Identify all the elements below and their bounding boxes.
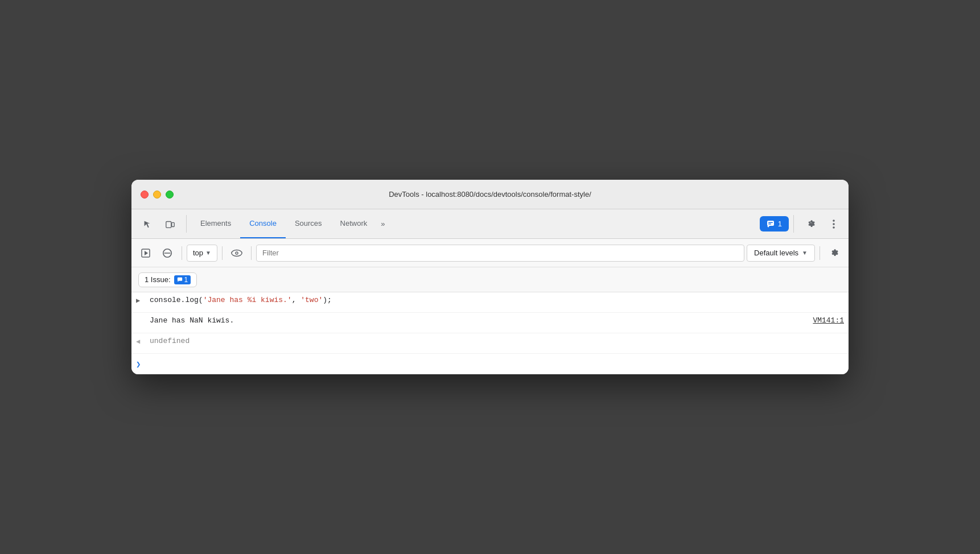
- window-title: DevTools - localhost:8080/docs/devtools/…: [389, 190, 591, 199]
- console-undefined-row: ◀ undefined: [131, 333, 849, 354]
- play-icon: [141, 249, 150, 258]
- minimize-button[interactable]: [153, 191, 161, 199]
- issue-icon-badge: 1: [174, 275, 191, 284]
- tab-elements[interactable]: Elements: [191, 209, 240, 238]
- settings-button[interactable]: [801, 214, 821, 234]
- maximize-button[interactable]: [166, 191, 174, 199]
- svg-rect-0: [166, 221, 171, 228]
- issues-bar: 1 Issue: 1: [131, 267, 849, 292]
- svg-point-5: [833, 220, 835, 222]
- filter-input[interactable]: [256, 245, 744, 262]
- console-settings-button[interactable]: [825, 243, 844, 263]
- traffic-lights: [141, 191, 174, 199]
- console-output-text: Jane has NaN kiwis.: [150, 315, 804, 327]
- dropdown-arrow-icon-levels: ▼: [802, 250, 808, 256]
- prompt-icon: ❯: [136, 359, 141, 369]
- devtools-tabs-bar: Elements Console Sources Network » 1: [131, 209, 849, 239]
- console-code: console.log('Jane has %i kiwis.', 'two')…: [150, 295, 844, 307]
- tab-separator-1: [186, 215, 187, 233]
- run-script-button[interactable]: [136, 243, 155, 263]
- toolbar-separator-1: [182, 246, 182, 260]
- tab-network[interactable]: Network: [331, 209, 377, 238]
- svg-marker-9: [145, 251, 148, 255]
- more-dots-icon: [833, 220, 835, 229]
- issues-badge-button[interactable]: 1: [760, 216, 789, 231]
- vm-link[interactable]: VM141:1: [804, 315, 844, 327]
- expand-chevron[interactable]: ▶: [136, 296, 145, 307]
- tab-console[interactable]: Console: [240, 209, 286, 238]
- cancel-icon: [162, 248, 172, 258]
- more-options-button[interactable]: [823, 214, 844, 234]
- inspect-icon-button[interactable]: [136, 209, 159, 238]
- dropdown-arrow-icon: ▼: [205, 250, 211, 256]
- console-output: ▶ console.log('Jane has %i kiwis.', 'two…: [131, 292, 849, 374]
- svg-rect-4: [768, 224, 771, 225]
- console-prompt-row[interactable]: ❯: [131, 354, 849, 374]
- issues-text: 1 Issue:: [145, 275, 171, 284]
- svg-rect-3: [768, 222, 773, 223]
- console-gear-icon: [829, 248, 839, 258]
- live-expressions-button[interactable]: [227, 243, 246, 263]
- context-selector[interactable]: top ▼: [187, 245, 217, 262]
- tab-separator-2: [793, 215, 794, 233]
- devtools-window: DevTools - localhost:8080/docs/devtools/…: [131, 180, 849, 374]
- svg-rect-15: [177, 277, 182, 280]
- clear-console-button[interactable]: [158, 243, 177, 263]
- toolbar-separator-4: [820, 246, 820, 260]
- chat-small-icon: [177, 277, 183, 283]
- log-levels-button[interactable]: Default levels ▼: [747, 245, 815, 262]
- tab-sources[interactable]: Sources: [286, 209, 331, 238]
- eye-icon: [231, 249, 242, 257]
- svg-point-6: [833, 223, 835, 225]
- svg-rect-1: [172, 222, 175, 226]
- chat-icon: [767, 220, 775, 228]
- toolbar-separator-3: [251, 246, 252, 260]
- undefined-text: undefined: [150, 336, 844, 348]
- console-output-row: Jane has NaN kiwis. VM141:1: [131, 313, 849, 333]
- toolbar-separator-2: [222, 246, 223, 260]
- console-log-row: ▶ console.log('Jane has %i kiwis.', 'two…: [131, 292, 849, 313]
- svg-rect-2: [767, 221, 774, 226]
- gear-icon: [806, 219, 816, 229]
- close-button[interactable]: [141, 191, 149, 199]
- more-tabs-button[interactable]: »: [376, 209, 389, 238]
- issues-badge-container[interactable]: 1 Issue: 1: [138, 272, 197, 287]
- svg-point-7: [833, 226, 835, 229]
- svg-point-14: [236, 252, 238, 254]
- console-toolbar: top ▼ Default levels ▼: [131, 239, 849, 267]
- tabs-spacer: [390, 209, 760, 238]
- return-chevron: ◀: [136, 337, 145, 348]
- title-bar: DevTools - localhost:8080/docs/devtools/…: [131, 180, 849, 209]
- device-toggle-button[interactable]: [159, 209, 182, 238]
